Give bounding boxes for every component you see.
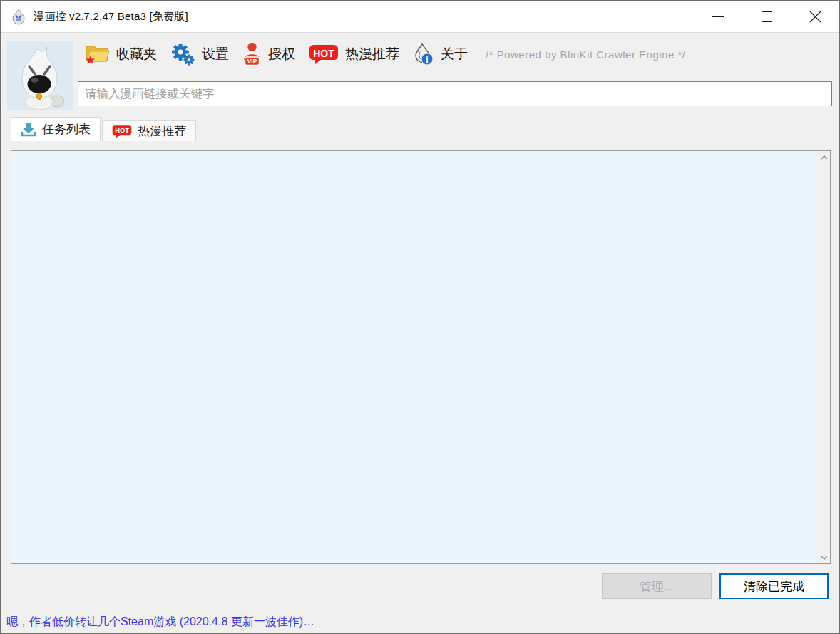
toolbar-button-about[interactable]: i 关于 (413, 43, 468, 66)
toolbar-label-hot-manga: 热漫推荐 (345, 45, 399, 63)
toolbar-label-about: 关于 (441, 45, 468, 63)
toolbar-label-favorites: 收藏夹 (116, 45, 157, 63)
maximize-button[interactable] (742, 1, 791, 32)
scroll-down-button[interactable] (818, 551, 830, 563)
vertical-scrollbar[interactable] (818, 151, 830, 563)
status-message: 嗯，作者低价转让几个Steam游戏 (2020.4.8 更新一波佳作)… (6, 615, 314, 630)
hot-bubble-icon: HOT (309, 44, 339, 65)
maximize-icon (762, 11, 772, 22)
tab-hot-manga-label: 热漫推荐 (138, 123, 186, 139)
tab-strip: 任务列表 HOT 热漫推荐 (1, 117, 839, 140)
download-icon (21, 123, 36, 137)
tab-hot-manga[interactable]: HOT 热漫推荐 (102, 120, 196, 141)
toolbar-button-favorites[interactable]: ★ 收藏夹 (84, 44, 157, 65)
toolbar-button-authorize[interactable]: VIP 授权 (242, 42, 295, 67)
search-input[interactable] (78, 81, 832, 106)
svg-text:VIP: VIP (247, 58, 257, 65)
clear-completed-button[interactable]: 清除已完成 (719, 573, 829, 599)
toolbar-label-settings: 设置 (202, 45, 229, 63)
toolbar-label-authorize: 授权 (268, 45, 295, 63)
chevron-up-icon (821, 155, 828, 160)
hot-bubble-icon: HOT (112, 124, 132, 138)
svg-text:HOT: HOT (115, 127, 129, 134)
svg-text:HOT: HOT (313, 48, 334, 59)
action-button-row: 管理... 清除已完成 (602, 573, 829, 599)
manage-button[interactable]: 管理... (602, 573, 712, 599)
app-logo-icon (10, 8, 27, 25)
mascot-dog-icon (7, 41, 73, 110)
about-drop-info-icon: i (413, 43, 434, 66)
window-title: 漫画控 v2.7.2.47 Beta3 [免费版] (34, 10, 188, 24)
app-window: 漫画控 v2.7.2.47 Beta3 [免费版] (0, 0, 840, 634)
settings-gears-icon (170, 43, 195, 66)
scroll-up-button[interactable] (818, 151, 830, 163)
minimize-button[interactable] (694, 1, 742, 32)
mascot-logo (7, 41, 73, 110)
toolbar-button-hot-manga[interactable]: HOT 热漫推荐 (309, 44, 399, 65)
tab-task-list[interactable]: 任务列表 (11, 117, 101, 141)
toolbar-button-settings[interactable]: 设置 (170, 43, 229, 66)
svg-text:★: ★ (85, 53, 96, 65)
chevron-down-icon (821, 556, 828, 560)
favorites-folder-icon: ★ (84, 44, 110, 65)
toolbar: ★ 收藏夹 (84, 39, 685, 69)
powered-by-text: /* Powered by BlinKit Crawler Engine */ (486, 48, 685, 61)
close-button[interactable] (791, 1, 839, 32)
close-icon (809, 11, 821, 23)
window-controls (694, 1, 839, 32)
tab-task-list-label: 任务列表 (42, 121, 91, 138)
task-list-panel[interactable] (11, 150, 831, 564)
title-bar: 漫画控 v2.7.2.47 Beta3 [免费版] (1, 1, 839, 33)
minimize-icon (712, 16, 724, 17)
status-bar: 嗯，作者低价转让几个Steam游戏 (2020.4.8 更新一波佳作)… (1, 610, 839, 633)
vip-user-icon: VIP (242, 42, 262, 67)
